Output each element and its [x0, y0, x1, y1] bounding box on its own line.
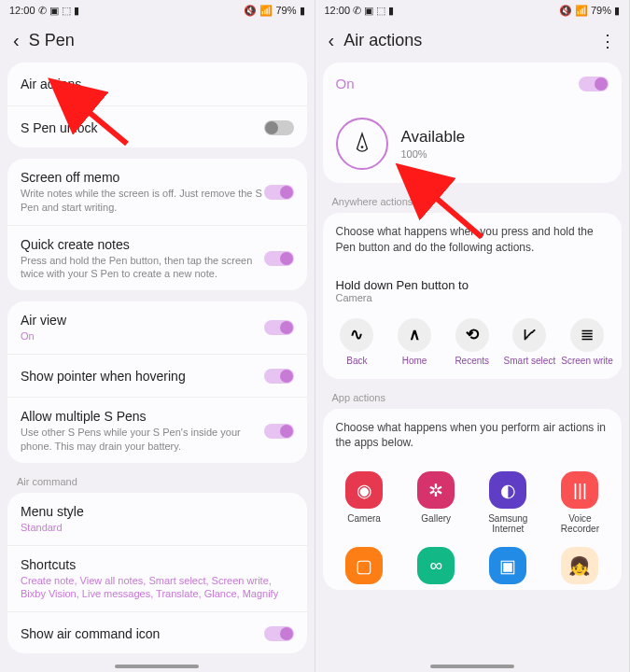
gallery-app-icon: ✲ [417, 471, 455, 509]
bar-icon: ▮ [388, 5, 394, 17]
header: ‹ S Pen [0, 21, 315, 59]
internet-app-icon: ◐ [489, 471, 526, 509]
svg-point-2 [360, 146, 363, 148]
toggle-spen-unlock[interactable] [264, 120, 294, 135]
section-anywhere-actions: Anywhere actions [315, 190, 630, 209]
pen-status: Available 100% [323, 105, 623, 183]
row-allow-multiple[interactable]: Allow multiple S Pens Use other S Pens w… [7, 397, 307, 462]
battery-pct-label: 100% [401, 148, 466, 160]
back-gesture-icon: ∿ [340, 318, 373, 352]
mute-icon: 🔇 [244, 5, 257, 17]
pen-icon [336, 118, 388, 170]
status-time: 12:00 [325, 5, 351, 16]
app-gallery[interactable]: ✲Gallery [407, 471, 465, 534]
battery-pct: 79% [591, 5, 611, 16]
app-samsung-internet[interactable]: ◐Samsung Internet [479, 471, 537, 534]
toggle-allow-multiple[interactable] [264, 424, 294, 439]
row-show-air-cmd-icon[interactable]: Show air command icon [7, 611, 307, 653]
app-camera[interactable]: ◉Camera [335, 471, 393, 534]
action-recents[interactable]: ⟲Recents [446, 318, 498, 366]
battery-icon: ▮ [614, 5, 620, 17]
home-gesture-icon: ∧ [398, 318, 431, 352]
toggle-air-actions-master[interactable] [579, 77, 609, 91]
whatsapp-icon: ✆ [353, 5, 361, 17]
notif-icon: ⬚ [62, 5, 71, 17]
back-button[interactable]: ‹ [329, 30, 335, 51]
app-unknown-1[interactable]: ▢ [335, 547, 393, 584]
row-master-toggle[interactable]: On [323, 63, 623, 105]
action-smart-select[interactable]: ⩗Smart select [503, 318, 555, 366]
anywhere-description: Choose what happens when you press and h… [323, 213, 623, 267]
row-spen-unlock[interactable]: S Pen unlock [7, 105, 307, 147]
toggle-screen-off-memo[interactable] [264, 185, 294, 200]
action-back[interactable]: ∿Back [330, 318, 383, 366]
row-screen-off-memo[interactable]: Screen off memo Write notes while the sc… [7, 159, 307, 225]
row-air-view[interactable]: Air view On [7, 301, 307, 354]
screen-air-actions: 12:00 ✆ ▣ ⬚ ▮ 🔇 📶 79% ▮ ‹ Air actions ⋮ … [315, 0, 631, 672]
app-icon: 👧 [561, 547, 598, 584]
image-icon: ▣ [364, 5, 373, 17]
toggle-air-view[interactable] [264, 320, 294, 335]
on-label: On [336, 76, 355, 91]
battery-icon: ▮ [300, 5, 305, 17]
section-app-actions: App actions [315, 386, 630, 405]
page-title: Air actions [343, 31, 590, 50]
toggle-show-air-cmd[interactable] [264, 626, 294, 641]
row-air-actions[interactable]: Air actions [7, 63, 307, 105]
recorder-app-icon: ||| [561, 471, 598, 509]
row-shortcuts[interactable]: Shortcuts Create note, View all notes, S… [7, 545, 307, 612]
app-unknown-2[interactable]: ∞ [407, 547, 465, 584]
app-icon: ▢ [345, 547, 383, 584]
toggle-show-pointer[interactable] [264, 369, 294, 384]
app-unknown-3[interactable]: ▣ [479, 547, 537, 584]
row-quick-create-notes[interactable]: Quick create notes Press and hold the Pe… [7, 225, 307, 290]
available-label: Available [401, 128, 466, 147]
action-home[interactable]: ∧Home [388, 318, 441, 366]
app-actions-description: Choose what happens when you perform air… [323, 409, 623, 463]
notif-icon: ⬚ [376, 5, 385, 17]
mute-icon: 🔇 [559, 5, 572, 17]
back-button[interactable]: ‹ [13, 30, 20, 51]
app-voice-recorder[interactable]: |||Voice Recorder [551, 471, 609, 534]
nav-bar-handle[interactable] [430, 665, 514, 668]
app-icon: ▣ [489, 547, 526, 584]
action-screen-write[interactable]: ≣Screen write [561, 318, 613, 366]
header: ‹ Air actions ⋮ [315, 21, 630, 59]
screen-spen-settings: 12:00 ✆ ▣ ⬚ ▮ 🔇 📶 79% ▮ ‹ S Pen Air acti… [0, 0, 315, 672]
screenwrite-gesture-icon: ≣ [570, 318, 604, 352]
toggle-quick-create[interactable] [264, 251, 294, 266]
row-menu-style[interactable]: Menu style Standard [7, 493, 307, 545]
hold-title: Hold down Pen button to [323, 267, 623, 292]
app-unknown-4[interactable]: 👧 [551, 547, 609, 584]
smartselect-gesture-icon: ⩗ [512, 318, 546, 352]
section-air-command: Air command [0, 470, 315, 489]
more-button[interactable]: ⋮ [599, 31, 616, 51]
camera-app-icon: ◉ [345, 471, 383, 509]
page-title: S Pen [29, 31, 301, 50]
battery-pct: 79% [275, 5, 296, 16]
status-time: 12:00 [9, 5, 35, 16]
app-icon: ∞ [417, 547, 455, 584]
image-icon: ▣ [49, 5, 59, 17]
signal-icon: 📶 [575, 5, 588, 17]
signal-icon: 📶 [259, 5, 273, 17]
whatsapp-icon: ✆ [38, 5, 47, 17]
bar-icon: ▮ [74, 5, 79, 17]
nav-bar-handle[interactable] [115, 665, 199, 668]
status-bar: 12:00 ✆ ▣ ⬚ ▮ 🔇 📶 79% ▮ [315, 0, 630, 21]
row-show-pointer[interactable]: Show pointer when hovering [7, 354, 307, 397]
status-bar: 12:00 ✆ ▣ ⬚ ▮ 🔇 📶 79% ▮ [0, 0, 315, 21]
recents-gesture-icon: ⟲ [455, 318, 489, 352]
hold-sub: Camera [323, 292, 623, 311]
